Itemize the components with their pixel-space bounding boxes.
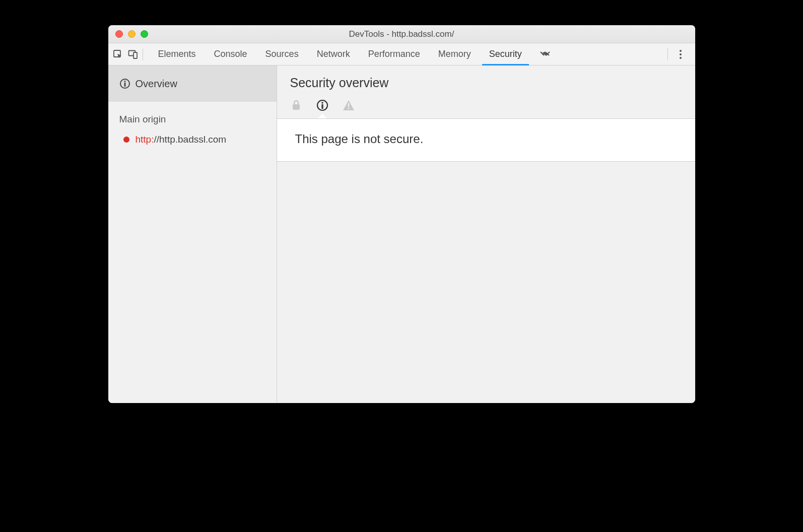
tab-network[interactable]: Network	[308, 43, 359, 65]
svg-rect-2	[133, 52, 137, 58]
inspect-element-icon[interactable]	[112, 49, 123, 60]
tab-console[interactable]: Console	[205, 43, 256, 65]
svg-point-4	[680, 53, 682, 55]
sidebar-section-label: Main origin	[108, 102, 277, 131]
info-icon	[316, 99, 328, 111]
security-overview-heading: Security overview	[277, 65, 695, 97]
devtools-body: Overview Main origin http://http.badssl.…	[108, 65, 695, 403]
toolbar-divider-right	[667, 48, 668, 60]
security-message: This page is not secure.	[277, 118, 695, 162]
info-icon	[119, 78, 130, 89]
device-toolbar-icon[interactable]	[127, 49, 139, 60]
toolbar-left-icons	[112, 48, 149, 60]
zoom-window-button[interactable]	[141, 30, 148, 38]
sidebar-overview-label: Overview	[136, 78, 177, 90]
origin-url: http://http.badssl.com	[136, 134, 227, 145]
devtools-tabs: Elements Console Sources Network Perform…	[149, 43, 559, 65]
tab-elements[interactable]: Elements	[149, 43, 205, 65]
close-window-button[interactable]	[115, 30, 123, 38]
devtools-toolbar: Elements Console Sources Network Perform…	[108, 43, 695, 65]
minimize-window-button[interactable]	[128, 30, 136, 38]
window-title: DevTools - http.badssl.com/	[108, 29, 695, 39]
traffic-lights	[108, 30, 148, 38]
security-main-panel: Security overview	[277, 65, 695, 403]
titlebar: DevTools - http.badssl.com/	[108, 25, 695, 43]
tab-memory[interactable]: Memory	[429, 43, 480, 65]
svg-rect-13	[348, 103, 349, 107]
origin-host: //http.badssl.com	[154, 134, 226, 145]
sidebar-overview-item[interactable]: Overview	[108, 65, 277, 102]
svg-rect-8	[124, 83, 125, 87]
svg-point-14	[348, 108, 349, 109]
svg-point-7	[124, 81, 125, 82]
devtools-window: DevTools - http.badssl.com/ Elements Con…	[108, 25, 695, 403]
origin-status-dot-icon	[123, 137, 129, 143]
security-sidebar: Overview Main origin http://http.badssl.…	[108, 65, 277, 403]
svg-point-3	[680, 50, 682, 52]
tabs-overflow-icon[interactable]	[531, 43, 559, 65]
more-menu-icon[interactable]	[675, 49, 686, 60]
toolbar-divider	[143, 48, 143, 60]
tab-sources[interactable]: Sources	[256, 43, 308, 65]
tab-security[interactable]: Security	[480, 43, 531, 65]
svg-rect-9	[293, 104, 300, 110]
toolbar-right	[667, 48, 691, 60]
sidebar-origin-item[interactable]: http://http.badssl.com	[108, 131, 277, 148]
lock-icon	[290, 99, 302, 111]
svg-point-11	[321, 102, 323, 104]
tab-performance[interactable]: Performance	[359, 43, 429, 65]
svg-point-5	[680, 57, 682, 59]
security-status-icons	[277, 97, 695, 118]
svg-rect-12	[321, 104, 323, 109]
warning-triangle-icon	[343, 99, 355, 111]
origin-scheme: http:	[136, 134, 154, 145]
